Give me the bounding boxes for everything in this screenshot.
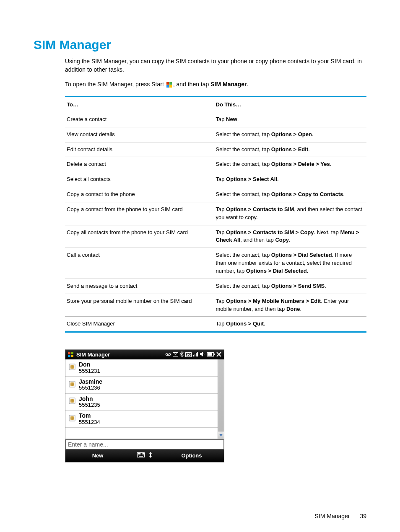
windows-flag-icon[interactable] [68,352,74,357]
status-icons: 3G [165,351,221,358]
table-row: Store your personal mobile number on the… [65,294,366,317]
svg-rect-48 [139,456,143,457]
table-row: View contact detailsSelect the contact, … [65,127,366,142]
sim-card-icon [69,381,75,389]
page-footer: SIM Manager 39 [34,513,366,519]
table-row: Copy all contacts from the phone to your… [65,225,366,248]
close-icon[interactable] [216,352,221,358]
svg-rect-38 [138,453,139,454]
up-down-icon[interactable] [149,452,152,459]
svg-rect-47 [143,455,144,455]
document-page: SIM Manager Using the SIM Manager, you c… [0,0,400,532]
open-bold: SIM Manager [210,81,247,88]
table-row: Send a message to a contactSelect the co… [65,279,366,294]
battery-icon [207,352,215,357]
svg-rect-49 [150,454,151,456]
contact-name: Don [79,362,100,368]
svg-rect-42 [143,453,144,454]
contact-number: 5551235 [79,402,100,408]
contact-number: 5551234 [79,419,100,425]
sim-card-icon [69,364,75,372]
svg-rect-4 [68,352,70,354]
svg-rect-0 [166,82,169,85]
svg-rect-5 [71,352,73,354]
scrollbar[interactable] [218,359,224,439]
svg-rect-40 [140,453,141,454]
svg-rect-41 [142,453,143,454]
softkey-new[interactable]: New [65,452,130,459]
svg-point-9 [169,354,171,355]
svg-rect-3 [169,85,172,88]
do-cell: Tap Options > Contacts to SIM, and then … [216,202,367,225]
svg-rect-17 [208,353,212,356]
table-row: Edit contact detailsSelect the contact, … [65,142,366,157]
keyboard-icon[interactable] [137,452,145,459]
do-cell: Tap Options > Select All. [216,172,367,187]
svg-rect-1 [169,82,172,85]
open-end: . [247,81,249,88]
task-cell: Create a contact [65,112,216,127]
svg-rect-45 [140,455,141,455]
contact-row[interactable]: John5551235 [65,394,218,411]
svg-rect-15 [197,352,198,356]
sim-card-icon [69,415,75,423]
task-cell: Copy a contact from the phone to your SI… [65,202,216,225]
phone-body: Don5551231Jasmine5551236John5551235Tom55… [65,359,224,439]
phone-title: SIM Manager [76,351,110,358]
empty-list-area [65,428,218,439]
phone-softkeys: New Options [65,449,224,462]
contact-row[interactable]: Don5551231 [65,359,218,377]
svg-rect-14 [196,353,197,356]
do-cell: Select the contact, tap Options > Dial S… [216,248,367,279]
do-cell: Select the contact, tap Options > Delete… [216,157,367,172]
svg-rect-43 [138,455,139,455]
softkey-options[interactable]: Options [159,452,224,459]
volume-icon [200,352,205,357]
footer-page-number: 39 [360,513,366,519]
contact-name: John [79,396,100,402]
do-cell: Select the contact, tap Options > Edit. [216,142,367,157]
bluetooth-icon [180,351,184,358]
open-pre: To open the SIM Manager, press Start [65,81,166,88]
contact-list: Don5551231Jasmine5551236John5551235Tom55… [65,359,218,439]
table-row: Close SIM ManagerTap Options > Quit. [65,317,366,332]
page-heading: SIM Manager [34,38,366,52]
do-cell: Tap Options > My Mobile Numbers > Edit. … [216,294,367,317]
svg-rect-46 [142,455,143,455]
signal-icon [193,352,198,357]
do-cell: Select the contact, tap Options > Open. [216,127,367,142]
phone-screenshot: SIM Manager 3G Don5551231Jasmine5551236J… [65,349,224,462]
table-header-task: To… [65,96,216,112]
3g-icon: 3G [185,352,192,357]
task-cell: Copy a contact to the phone [65,187,216,202]
phone-titlebar: SIM Manager 3G [65,350,224,359]
contact-row[interactable]: Jasmine5551236 [65,377,218,394]
name-input[interactable] [65,439,224,449]
windows-start-icon [166,82,172,88]
contact-name: Tom [79,413,100,419]
table-row: Copy a contact from the phone to your SI… [65,202,366,225]
table-row: Call a contactSelect the contact, tap Op… [65,248,366,279]
voicemail-icon [165,352,171,357]
task-cell: Copy all contacts from the phone to your… [65,225,216,248]
contact-row[interactable]: Tom5551234 [65,411,218,428]
intro-paragraph: Using the SIM Manager, you can copy the … [65,57,366,74]
task-cell: Call a contact [65,248,216,279]
svg-rect-18 [214,354,215,355]
mail-icon [173,352,178,357]
scroll-down-icon[interactable] [218,431,224,439]
contact-number: 5551236 [79,385,102,391]
sim-card-icon [69,398,75,406]
do-cell: Select the contact, tap Options > Copy t… [216,187,367,202]
table-row: Select all contactsTap Options > Select … [65,172,366,187]
search-row [65,439,224,449]
contact-number: 5551231 [79,368,100,374]
open-post: , and then tap [173,81,211,88]
task-cell: Send a message to a contact [65,279,216,294]
svg-rect-44 [139,455,140,455]
do-cell: Tap Options > Contacts to SIM > Copy. Ne… [216,225,367,248]
task-cell: Delete a contact [65,157,216,172]
svg-rect-39 [139,453,140,454]
task-cell: Close SIM Manager [65,317,216,332]
table-row: Delete a contactSelect the contact, tap … [65,157,366,172]
